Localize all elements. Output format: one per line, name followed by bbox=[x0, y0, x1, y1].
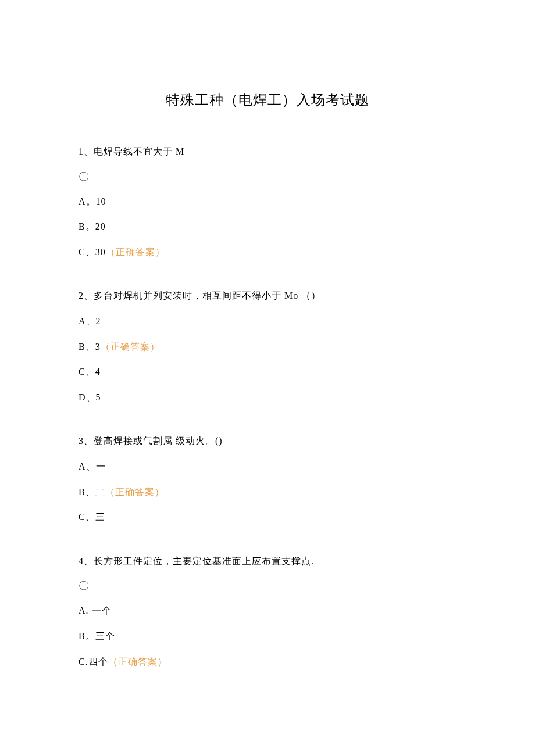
question-mark: 〇 bbox=[79, 170, 456, 184]
option-d: D、5 bbox=[79, 390, 456, 405]
page-title: 特殊工种（电焊工）入场考试题 bbox=[79, 91, 456, 109]
option-c: C、30（正确答案） bbox=[79, 245, 456, 260]
question-text: 3、登高焊接或气割属 级动火。() bbox=[79, 433, 456, 449]
option-b: B、3（正确答案） bbox=[79, 339, 456, 354]
option-b-text: B、二 bbox=[79, 487, 105, 497]
option-c: C、三 bbox=[79, 510, 456, 525]
correct-answer-label: （正确答案） bbox=[108, 657, 167, 667]
option-b-text: B、3 bbox=[79, 342, 101, 352]
question-3: 3、登高焊接或气割属 级动火。() A、一 B、二（正确答案） C、三 bbox=[79, 433, 456, 524]
option-b: B。20 bbox=[79, 219, 456, 234]
question-1: 1、电焊导线不宜大于 M 〇 A。10 B。20 C、30（正确答案） bbox=[79, 144, 456, 259]
exam-page: 特殊工种（电焊工）入场考试题 1、电焊导线不宜大于 M 〇 A。10 B。20 … bbox=[0, 0, 535, 756]
option-a: A、2 bbox=[79, 314, 456, 329]
correct-answer-label: （正确答案） bbox=[105, 487, 165, 497]
option-a: A。10 bbox=[79, 194, 456, 209]
option-c: C、4 bbox=[79, 364, 456, 379]
question-text: 4、长方形工件定位，主要定位基准面上应布置支撑点. bbox=[79, 554, 456, 569]
option-a: A. 一个 bbox=[79, 603, 456, 618]
question-2: 2、多台对焊机并列安装时，相互间距不得小于 Mo （） A、2 B、3（正确答案… bbox=[79, 288, 456, 404]
option-c-text: C、30 bbox=[79, 247, 106, 257]
question-text: 2、多台对焊机并列安装时，相互间距不得小于 Mo （） bbox=[79, 288, 456, 303]
option-b: B、二（正确答案） bbox=[79, 485, 456, 500]
question-text: 1、电焊导线不宜大于 M bbox=[79, 144, 456, 159]
option-b: B。三个 bbox=[79, 629, 456, 644]
option-c: C.四个（正确答案） bbox=[79, 654, 456, 669]
question-mark: 〇 bbox=[79, 579, 456, 593]
correct-answer-label: （正确答案） bbox=[106, 247, 165, 257]
question-4: 4、长方形工件定位，主要定位基准面上应布置支撑点. 〇 A. 一个 B。三个 C… bbox=[79, 554, 456, 669]
option-a: A、一 bbox=[79, 459, 456, 474]
correct-answer-label: （正确答案） bbox=[101, 342, 160, 352]
option-c-text: C.四个 bbox=[79, 657, 108, 667]
